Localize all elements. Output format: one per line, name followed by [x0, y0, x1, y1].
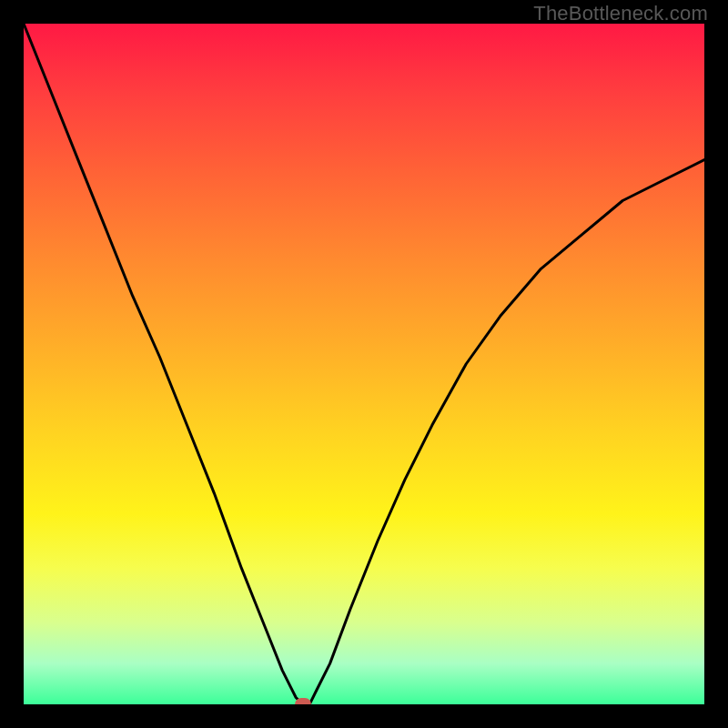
chart-frame: TheBottleneck.com — [0, 0, 728, 728]
curve-layer — [24, 24, 704, 704]
watermark-text: TheBottleneck.com — [533, 2, 708, 25]
plot-area — [24, 24, 704, 704]
bottleneck-curve — [24, 24, 704, 704]
optimum-marker — [295, 698, 311, 704]
